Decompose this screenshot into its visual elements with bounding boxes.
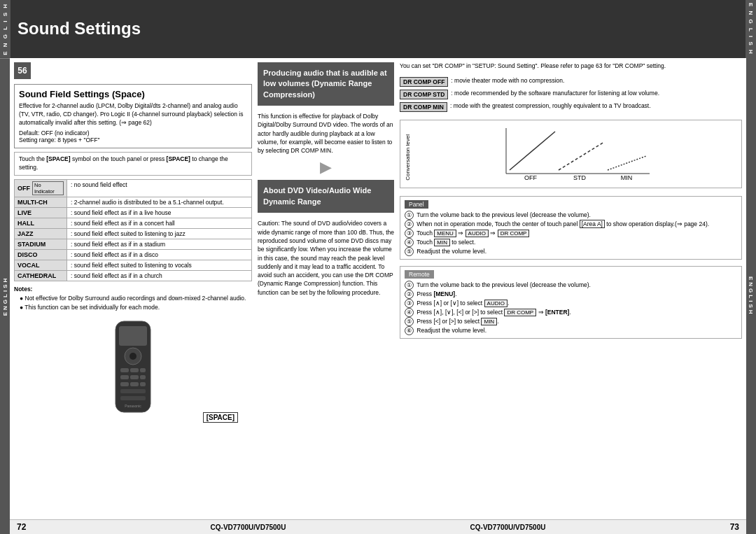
svg-rect-11 [130, 382, 139, 386]
mode-row-disco: DISCO : sound field effect as if in a di… [15, 250, 251, 260]
svg-text:STD: STD [573, 174, 587, 181]
panel-step-2: ② When not in operation mode, Touch the … [405, 220, 737, 229]
svg-rect-8 [130, 375, 139, 379]
chart-svg: OFF STD MIN [415, 128, 737, 181]
svg-line-20 [608, 156, 646, 170]
mode-desc-live: : sound field effect as if in a live hou… [67, 208, 251, 218]
svg-line-19 [559, 142, 604, 170]
dr-min-desc: : mode with the greatest compression, ro… [450, 102, 651, 111]
mode-label-jazz: JAZZ [15, 229, 67, 239]
remote-instructions: Remote ① Turn the volume back to the pre… [400, 266, 742, 339]
left-tab: E N G L I S H [0, 0, 10, 58]
right-eng-tab: ENGLISH [746, 58, 756, 534]
remote-image-container: Panasonic [SPACE] [14, 318, 252, 423]
dr-std-label: DR COMP STD [400, 90, 448, 99]
sound-modes-table: OFF No Indicator : no sound field effect… [14, 179, 252, 281]
remote-step-3: ③ Press [∧] or [∨] to select AUDIO. [405, 299, 737, 308]
dr-off-row: DR COMP OFF : movie theater mode with no… [400, 77, 742, 87]
panel-instructions: Panel ① Turn the volume back to the prev… [400, 196, 742, 260]
arrow-icon: ▶ [258, 158, 394, 176]
mode-row-multich: MULTI-CH : 2-channel audio is distribute… [15, 197, 251, 208]
mode-row-cathedral: CATHEDRAL : sound field effect as if in … [15, 271, 251, 281]
remote-step-6: ⑥ Readjust the volume level. [405, 326, 737, 335]
chart-y-label: Conversation level [405, 134, 411, 181]
mode-label-disco: DISCO [15, 250, 67, 260]
header-bar: E N G L I S H Sound Settings E N G L I S… [0, 0, 756, 58]
dr-std-desc: : mode recommended by the software manuf… [451, 90, 659, 98]
panel-step-5: ⑤ Readjust the volume level. [405, 247, 737, 256]
svg-rect-1 [119, 326, 147, 346]
space-instruction: Touch the [SPACE] symbol on the touch pa… [14, 152, 252, 176]
svg-line-18 [510, 132, 555, 170]
mode-desc-cathedral: : sound field effect as if in a church [67, 271, 251, 281]
dr-off-label: DR COMP OFF [400, 77, 448, 87]
main-content: ENGLISH 56 Sound Field Settings (Space) … [0, 58, 756, 534]
footer-page-right: 73 [730, 522, 739, 532]
sound-field-range: Setting range: 8 types + "OFF" [19, 136, 247, 143]
left-page-number: 56 [14, 62, 31, 79]
svg-text:OFF: OFF [524, 174, 537, 181]
mode-row-jazz: JAZZ : sound field effect suited to list… [15, 229, 251, 239]
dr-min-row: DR COMP MIN : mode with the greatest com… [400, 102, 742, 112]
mode-desc-multich: : 2-channel audio is distributed to be a… [67, 197, 251, 207]
svg-point-3 [130, 353, 136, 360]
mode-desc-off: : no sound field effect [67, 180, 251, 197]
dr-off-desc: : movie theater mode with no compression… [451, 77, 564, 85]
page-title: Sound Settings [18, 19, 141, 38]
mode-desc-vocal: : sound field effect suited to listening… [67, 260, 251, 270]
left-eng-tab: ENGLISH [0, 58, 10, 534]
remote-step-5: ⑤ Press [<] or [>] to select MIN. [405, 317, 737, 326]
footer-model-left: CQ-VD7700U/VD7500U [211, 524, 286, 531]
dr-std-row: DR COMP STD : mode recommended by the so… [400, 90, 742, 99]
panel-label: Panel [405, 200, 428, 209]
mode-label-multich: MULTI-CH [15, 197, 67, 207]
about-dvd-box: About DVD Video/Audio Wide Dynamic Range [258, 180, 394, 213]
mode-label-off: OFF No Indicator [15, 180, 67, 197]
sound-field-description: Effective for 2-channel audio (LPCM, Dol… [19, 102, 247, 127]
svg-rect-10 [120, 382, 129, 386]
mode-label-hall: HALL [15, 218, 67, 228]
mode-row-hall: HALL : sound field effect as if in a con… [15, 218, 251, 229]
panel-step-1: ① Turn the volume back to the previous l… [405, 211, 737, 220]
svg-rect-12 [140, 382, 146, 386]
mode-label-stadium: STADIUM [15, 239, 67, 249]
right-column: You can set "DR COMP" in "SETUP: Sound S… [400, 62, 742, 517]
columns-container: 56 Sound Field Settings (Space) Effectiv… [10, 58, 746, 519]
right-tab: E N G L I S H [746, 0, 756, 58]
mode-desc-disco: : sound field effect as if in a disco [67, 250, 251, 260]
svg-text:MIN: MIN [621, 174, 633, 181]
middle-column: Producing audio that is audible at low v… [258, 62, 394, 517]
mode-label-cathedral: CATHEDRAL [15, 271, 67, 281]
panel-step-3: ③ Touch MENU ⇒ AUDIO ⇒ DR COMP [405, 229, 737, 238]
dr-comp-chart: Conversation level [400, 120, 742, 188]
svg-text:Panasonic: Panasonic [125, 404, 141, 408]
mode-row-live: LIVE : sound field effect as if in a liv… [15, 208, 251, 218]
about-dvd-text: Caution: The sound of DVD audio/video co… [258, 219, 394, 297]
sound-field-box: Sound Field Settings (Space) Effective f… [14, 84, 252, 149]
panel-step-4: ④ Touch MIN to select. [405, 238, 737, 247]
page-wrapper: E N G L I S H Sound Settings E N G L I S… [0, 0, 756, 534]
mode-label-vocal: VOCAL [15, 260, 67, 270]
mode-row-stadium: STADIUM : sound field effect as if in a … [15, 239, 251, 250]
remote-step-2: ② Press [MENU]. [405, 290, 737, 299]
svg-rect-4 [120, 368, 129, 372]
svg-rect-5 [130, 368, 139, 372]
mode-desc-stadium: : sound field effect as if in a stadium [67, 239, 251, 249]
mode-row-vocal: VOCAL : sound field effect suited to lis… [15, 260, 251, 271]
remote-control-svg: Panasonic [102, 318, 164, 423]
sound-field-default: Default: OFF (no indicator) [19, 129, 247, 136]
remote-step-4: ④ Press [∧], [∨], [<] or [>] to select D… [405, 308, 737, 317]
producing-box: Producing audio that is audible at low v… [258, 62, 394, 106]
left-column: 56 Sound Field Settings (Space) Effectiv… [14, 62, 252, 517]
producing-text: This function is effective for playback … [258, 112, 394, 155]
note-item-2: ● This function can be set individually … [20, 303, 252, 312]
mode-desc-hall: : sound field effect as if in a concert … [67, 218, 251, 228]
sound-field-title: Sound Field Settings (Space) [19, 89, 247, 99]
remote-step-1: ① Turn the volume back to the previous l… [405, 281, 737, 290]
mode-label-live: LIVE [15, 208, 67, 218]
notes-section: Notes: ● Not effective for Dolby Surroun… [14, 285, 252, 311]
svg-rect-14 [120, 396, 146, 400]
space-button-label: [SPACE] [203, 412, 238, 423]
svg-rect-13 [120, 389, 146, 393]
mode-row-off: OFF No Indicator : no sound field effect [15, 180, 251, 197]
